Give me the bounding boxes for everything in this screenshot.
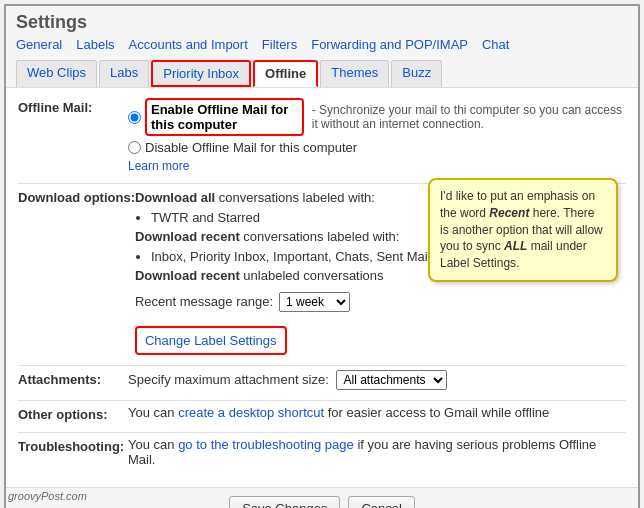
footer-buttons: Save Changes Cancel [6,487,638,508]
enable-offline-radio[interactable] [128,111,141,124]
divider2 [18,365,626,366]
download-recent2-bold: Download recent [135,268,240,283]
attachment-select[interactable]: All attachments No attachments 1 MB 5 MB… [336,370,447,390]
divider4 [18,432,626,433]
divider3 [18,400,626,401]
tab-labs[interactable]: Labs [99,60,149,87]
nav-accounts[interactable]: Accounts and Import [129,37,248,56]
nav-labels[interactable]: Labels [76,37,114,56]
other-options-section: Other options: You can create a desktop … [18,405,626,422]
tab-buzz[interactable]: Buzz [391,60,442,87]
tab-themes[interactable]: Themes [320,60,389,87]
nav-forwarding[interactable]: Forwarding and POP/IMAP [311,37,468,56]
tab-priority-inbox[interactable]: Priority Inbox [151,60,251,87]
range-label: Recent message range: [135,292,273,312]
offline-radio-group: Enable Offline Mail for this computer - … [128,98,626,155]
disable-offline-text: Disable Offline Mail for this computer [145,140,357,155]
troubleshoot-text1: You can [128,437,178,452]
save-button[interactable]: Save Changes [229,496,340,508]
range-select[interactable]: 1 week 2 weeks 1 month [279,292,350,312]
desktop-shortcut-link[interactable]: create a desktop shortcut [178,405,324,420]
disable-offline-option[interactable]: Disable Offline Mail for this computer [128,140,626,155]
troubleshoot-section: Troubleshooting: You can go to the troub… [18,437,626,467]
message-range-row: Recent message range: 1 week 2 weeks 1 m… [135,292,626,312]
nav-row1: General Labels Accounts and Import Filte… [16,37,628,56]
attachments-content: Specify maximum attachment size: All att… [128,370,626,390]
labeled-with2: conversations labeled with: [243,229,399,244]
labeled-with1: conversations labeled with: [219,190,375,205]
attachments-text: Specify maximum attachment size: [128,372,329,387]
download-section: Download options: Download all conversat… [18,188,626,355]
learn-more-link[interactable]: Learn more [128,159,626,173]
other-options-content: You can create a desktop shortcut for ea… [128,405,626,420]
offline-mail-content: Enable Offline Mail for this computer - … [128,98,626,173]
other-text2: for easier access to Gmail while offline [324,405,549,420]
nav-filters[interactable]: Filters [262,37,297,56]
offline-mail-section: Offline Mail: Enable Offline Mail for th… [18,98,626,173]
attachments-section: Attachments: Specify maximum attachment … [18,370,626,390]
offline-mail-label: Offline Mail: [18,98,128,115]
cancel-button[interactable]: Cancel [348,496,414,508]
download-label: Download options: [18,188,135,205]
enable-offline-text: Enable Offline Mail for this computer [151,102,288,132]
nav-chat[interactable]: Chat [482,37,509,56]
change-label-button[interactable]: Change Label Settings [135,326,287,356]
troubleshoot-label: Troubleshooting: [18,437,128,454]
sync-text: - Synchronize your mail to thi computer … [312,103,626,131]
unlabeled-text: unlabeled conversations [243,268,383,283]
disable-offline-radio[interactable] [128,141,141,154]
tooltip-recent: Recent [489,206,529,220]
tooltip-all: ALL [504,239,527,253]
tooltip-bubble: I'd like to put an emphasis on the word … [428,178,618,282]
nav-general[interactable]: General [16,37,62,56]
change-label-row: Change Label Settings [135,318,626,356]
page-title: Settings [16,12,628,33]
tab-offline[interactable]: Offline [253,60,318,87]
other-options-label: Other options: [18,405,128,422]
enable-offline-option[interactable]: Enable Offline Mail for this computer - … [128,98,626,136]
nav-row2: Web Clips Labs Priority Inbox Offline Th… [16,60,628,87]
tab-webclips[interactable]: Web Clips [16,60,97,87]
troubleshoot-link[interactable]: go to the troubleshooting page [178,437,354,452]
troubleshoot-content: You can go to the troubleshooting page i… [128,437,626,467]
download-all-bold: Download all [135,190,215,205]
other-text1: You can [128,405,178,420]
attachments-label: Attachments: [18,370,128,387]
watermark: groovyPost.com [8,490,87,502]
download-recent1-bold: Download recent [135,229,240,244]
